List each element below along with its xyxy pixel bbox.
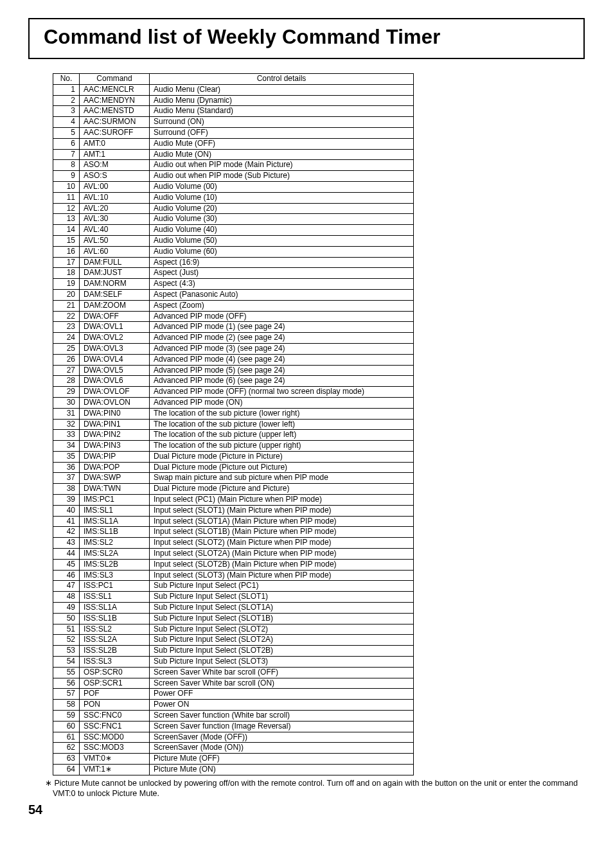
- cell-no: 28: [53, 376, 80, 387]
- cell-details: Aspect (Just): [150, 268, 414, 279]
- table-row: 49ISS:SL1ASub Picture Input Select (SLOT…: [53, 603, 414, 614]
- cell-command: AVL:30: [80, 214, 150, 225]
- cell-command: DWA:OVL1: [80, 322, 150, 333]
- cell-no: 59: [53, 711, 80, 722]
- cell-command: SSC:FNC1: [80, 721, 150, 732]
- cell-command: VMT:1∗: [80, 765, 150, 775]
- cell-command: DWA:OFF: [80, 311, 150, 322]
- cell-command: DAM:NORM: [80, 279, 150, 290]
- cell-command: ISS:PC1: [80, 581, 150, 592]
- cell-no: 21: [53, 300, 80, 311]
- cell-no: 14: [53, 225, 80, 236]
- table-row: 26DWA:OVL4Advanced PIP mode (4) (see pag…: [53, 354, 414, 365]
- cell-command: ISS:SL1B: [80, 613, 150, 624]
- cell-no: 30: [53, 397, 80, 408]
- cell-command: DWA:SWP: [80, 473, 150, 484]
- table-row: 62SSC:MOD3ScreenSaver (Mode (ON)): [53, 743, 414, 754]
- cell-details: Screen Saver White bar scroll (ON): [150, 678, 414, 689]
- cell-command: DWA:OVLON: [80, 397, 150, 408]
- header-no: No.: [53, 74, 80, 85]
- cell-no: 23: [53, 322, 80, 333]
- cell-details: Audio Menu (Standard): [150, 106, 414, 117]
- table-row: 58PONPower ON: [53, 700, 414, 711]
- table-row: 36DWA:POPDual Picture mode (Picture out …: [53, 462, 414, 473]
- cell-command: AAC:MENSTD: [80, 106, 150, 117]
- cell-details: Sub Picture Input Select (SLOT2): [150, 624, 414, 635]
- cell-no: 40: [53, 505, 80, 516]
- table-row: 52ISS:SL2ASub Picture Input Select (SLOT…: [53, 635, 414, 646]
- table-row: 42IMS:SL1BInput select (SLOT1B) (Main Pi…: [53, 527, 414, 538]
- cell-no: 20: [53, 289, 80, 300]
- table-row: 14AVL:40Audio Volume (40): [53, 225, 414, 236]
- cell-command: DWA:OVL2: [80, 333, 150, 344]
- cell-command: OSP:SCR0: [80, 667, 150, 678]
- cell-details: Advanced PIP mode (1) (see page 24): [150, 322, 414, 333]
- page-number: 54: [28, 802, 585, 817]
- cell-no: 42: [53, 527, 80, 538]
- cell-command: DAM:FULL: [80, 257, 150, 268]
- cell-details: Audio Menu (Clear): [150, 84, 414, 95]
- cell-details: Advanced PIP mode (OFF) (normal two scre…: [150, 387, 414, 398]
- cell-command: IMS:SL1A: [80, 516, 150, 527]
- cell-no: 11: [53, 192, 80, 203]
- cell-no: 8: [53, 160, 80, 171]
- cell-no: 13: [53, 214, 80, 225]
- cell-no: 32: [53, 419, 80, 430]
- page-title: Command list of Weekly Command Timer: [44, 26, 569, 49]
- cell-details: Swap main picture and sub picture when P…: [150, 473, 414, 484]
- table-row: 60SSC:FNC1Screen Saver function (Image R…: [53, 721, 414, 732]
- cell-command: AVL:50: [80, 235, 150, 246]
- cell-details: Aspect (16:9): [150, 257, 414, 268]
- cell-details: Audio Volume (20): [150, 203, 414, 214]
- cell-details: Sub Picture Input Select (SLOT2B): [150, 646, 414, 657]
- table-row: 56OSP:SCR1Screen Saver White bar scroll …: [53, 678, 414, 689]
- cell-no: 58: [53, 700, 80, 711]
- cell-command: DWA:PIN2: [80, 430, 150, 441]
- cell-details: The location of the sub picture (lower r…: [150, 408, 414, 419]
- header-command: Command: [80, 74, 150, 85]
- table-row: 32DWA:PIN1The location of the sub pictur…: [53, 419, 414, 430]
- cell-no: 38: [53, 484, 80, 495]
- title-box: Command list of Weekly Command Timer: [28, 18, 585, 59]
- cell-details: Sub Picture Input Select (SLOT1B): [150, 613, 414, 624]
- cell-command: DWA:OVL5: [80, 365, 150, 376]
- table-row: 50ISS:SL1BSub Picture Input Select (SLOT…: [53, 613, 414, 624]
- table-row: 54ISS:SL3Sub Picture Input Select (SLOT3…: [53, 657, 414, 668]
- table-row: 64VMT:1∗Picture Mute (ON): [53, 765, 414, 775]
- cell-command: AVL:10: [80, 192, 150, 203]
- cell-command: DAM:SELF: [80, 289, 150, 300]
- cell-details: Advanced PIP mode (6) (see page 24): [150, 376, 414, 387]
- table-row: 48ISS:SL1Sub Picture Input Select (SLOT1…: [53, 592, 414, 603]
- cell-no: 50: [53, 613, 80, 624]
- cell-no: 9: [53, 171, 80, 182]
- cell-no: 17: [53, 257, 80, 268]
- table-row: 37DWA:SWPSwap main picture and sub pictu…: [53, 473, 414, 484]
- table-row: 5AAC:SUROFFSurround (OFF): [53, 127, 414, 138]
- cell-command: AMT:1: [80, 149, 150, 160]
- cell-no: 5: [53, 127, 80, 138]
- cell-no: 3: [53, 106, 80, 117]
- cell-details: Surround (OFF): [150, 127, 414, 138]
- cell-details: Audio Menu (Dynamic): [150, 95, 414, 106]
- cell-details: Advanced PIP mode (2) (see page 24): [150, 333, 414, 344]
- table-row: 57POFPower OFF: [53, 689, 414, 700]
- cell-command: AAC:MENCLR: [80, 84, 150, 95]
- cell-no: 46: [53, 570, 80, 581]
- cell-details: Sub Picture Input Select (SLOT3): [150, 657, 414, 668]
- cell-no: 63: [53, 754, 80, 765]
- table-row: 4AAC:SURMONSurround (ON): [53, 117, 414, 128]
- cell-no: 60: [53, 721, 80, 732]
- footnote: ∗ Picture Mute cannot be unlocked by pow…: [45, 778, 585, 799]
- cell-details: Input select (SLOT1) (Main Picture when …: [150, 505, 414, 516]
- table-row: 25DWA:OVL3Advanced PIP mode (3) (see pag…: [53, 343, 414, 354]
- cell-command: ISS:SL2B: [80, 646, 150, 657]
- cell-details: Dual Picture mode (Picture and Picture): [150, 484, 414, 495]
- table-row: 35DWA:PIPDual Picture mode (Picture in P…: [53, 451, 414, 462]
- table-row: 45IMS:SL2BInput select (SLOT2B) (Main Pi…: [53, 559, 414, 570]
- cell-no: 10: [53, 181, 80, 192]
- table-row: 44IMS:SL2AInput select (SLOT2A) (Main Pi…: [53, 549, 414, 560]
- cell-no: 64: [53, 765, 80, 775]
- cell-details: Audio Mute (ON): [150, 149, 414, 160]
- cell-command: IMS:SL2: [80, 538, 150, 549]
- table-row: 11AVL:10Audio Volume (10): [53, 192, 414, 203]
